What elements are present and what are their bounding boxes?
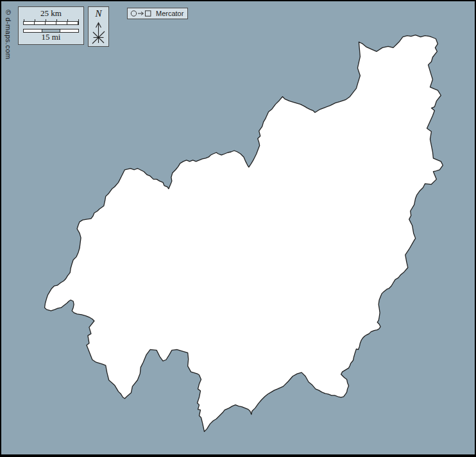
- map-canvas: © d-maps.com 25 km 15 mi N Mercator: [0, 0, 476, 457]
- square-icon: [146, 11, 151, 16]
- scale-bar-cell: [35, 22, 46, 24]
- compass-box: N: [88, 6, 109, 47]
- scale-bar-cell: [46, 22, 56, 24]
- scale-tick: [56, 19, 57, 22]
- compass-north-label: N: [89, 8, 108, 19]
- region-map-svg: [1, 1, 475, 454]
- scale-tick: [67, 19, 68, 22]
- copyright-watermark: © d-maps.com: [4, 10, 12, 60]
- scale-bar-cell: [67, 22, 78, 24]
- circle-icon: [131, 11, 136, 16]
- projection-badge: Mercator: [127, 8, 188, 19]
- compass-rose-icon: [90, 19, 107, 45]
- scale-tick: [24, 19, 24, 22]
- scale-box: 25 km 15 mi: [18, 6, 84, 45]
- scale-mi-label: 15 mi: [19, 32, 83, 42]
- scale-tick: [78, 19, 79, 22]
- scale-bar-cell: [56, 22, 67, 24]
- region-outline: [45, 35, 443, 432]
- projection-label: Mercator: [156, 10, 183, 17]
- scale-bar-km: [23, 21, 79, 25]
- scale-tick: [35, 19, 35, 22]
- scale-tick: [46, 19, 46, 22]
- scale-km-label: 25 km: [19, 8, 83, 19]
- scale-bar-cell: [24, 22, 35, 24]
- projection-transform-icon: [130, 9, 153, 18]
